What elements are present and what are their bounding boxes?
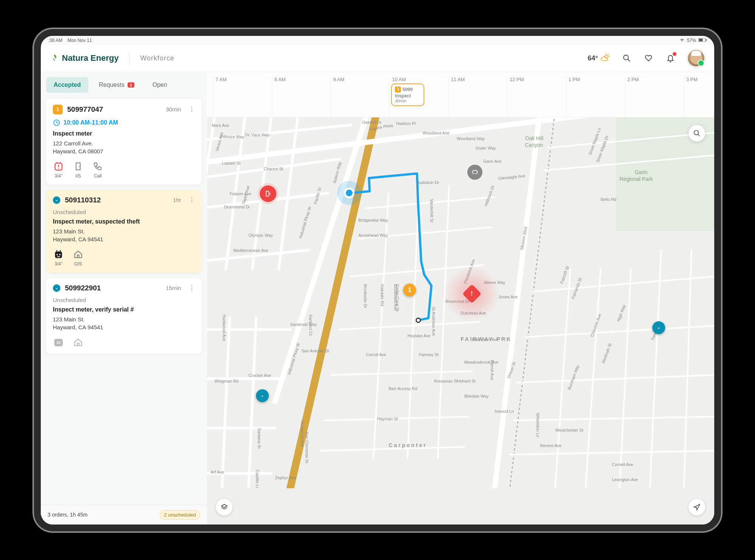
- notifications-button[interactable]: [665, 53, 676, 63]
- map-search-button[interactable]: [689, 125, 705, 142]
- map-layers-button[interactable]: [216, 499, 233, 515]
- tab-requests[interactable]: Requests 1: [91, 77, 142, 93]
- map-navigate-button[interactable]: [689, 499, 705, 515]
- svg-text:Brookside Dr: Brookside Dr: [363, 284, 368, 308]
- svg-text:FAIRWAY PRK: FAIRWAY PRK: [461, 335, 512, 342]
- order-address: 123 Main St. Hayward, CA 94541: [53, 227, 195, 243]
- marker-unscheduled[interactable]: -: [256, 389, 269, 402]
- map-view[interactable]: Industrial Pkwy W Industrial Pkwy W Hunt…: [207, 117, 714, 525]
- svg-text:Bridgeview Way: Bridgeview Way: [358, 218, 388, 222]
- svg-point-12: [58, 168, 59, 168]
- svg-text:Oakdale Rd: Oakdale Rd: [380, 284, 385, 306]
- user-avatar[interactable]: [687, 49, 705, 67]
- svg-text:Westchester St: Westchester St: [555, 428, 583, 432]
- svg-text:Arrowhead Way: Arrowhead Way: [358, 233, 388, 237]
- svg-text:Wiegman Rd: Wiegman Rd: [214, 379, 239, 383]
- svg-point-16: [79, 166, 79, 167]
- orders-list: 1 509977047 30min ⋮ 10:00 AM-11:00 AM In…: [41, 95, 207, 505]
- house-icon: [72, 248, 84, 260]
- svg-text:Huntwood Ave: Huntwood Ave: [300, 420, 305, 447]
- marker-order-1[interactable]: 1: [403, 284, 416, 296]
- app-header: Natura Energy Workforce 64°: [41, 45, 714, 72]
- marker-route-end[interactable]: [416, 318, 421, 323]
- svg-text:Haddon Pl: Haddon Pl: [396, 121, 415, 126]
- more-icon[interactable]: ⋮: [189, 106, 195, 113]
- svg-text:Mars Ave: Mars Ave: [212, 123, 229, 128]
- svg-text:Oak Hill: Oak Hill: [525, 135, 543, 141]
- navigate-icon: [693, 503, 701, 511]
- order-address: 123 Main St. Hayward, CA 94541: [53, 315, 195, 331]
- svg-text:Woodland Way: Woodland Way: [457, 136, 485, 141]
- more-icon[interactable]: ⋮: [189, 284, 195, 292]
- search-icon: [622, 54, 631, 62]
- marker-alert[interactable]: !: [464, 285, 480, 302]
- svg-rect-15: [76, 163, 80, 170]
- marker-start[interactable]: [344, 188, 354, 198]
- order-card[interactable]: - 509110312 1hr ⋮ Unscheduled Inspect me…: [46, 190, 202, 273]
- svg-text:Gisler Way: Gisler Way: [476, 146, 496, 150]
- sun-cloud-icon: [600, 53, 610, 63]
- more-icon[interactable]: ⋮: [189, 196, 195, 204]
- meter-icon: [53, 248, 64, 260]
- svg-text:Overhill Dr: Overhill Dr: [362, 120, 382, 125]
- svg-line-8: [628, 59, 630, 62]
- battery-percent: 57%: [687, 38, 696, 43]
- order-card[interactable]: 1 509977047 30min ⋮ 10:00 AM-11:00 AM In…: [46, 99, 202, 185]
- svg-text:Cornell Ave: Cornell Ave: [612, 462, 633, 466]
- svg-text:Regional Park: Regional Park: [619, 176, 653, 182]
- marker-unscheduled[interactable]: -: [652, 321, 665, 334]
- svg-text:Mediterranean Ave: Mediterranean Ave: [233, 248, 268, 253]
- svg-rect-1: [699, 39, 703, 41]
- action-sleep[interactable]: zz: [53, 336, 64, 348]
- search-button[interactable]: [621, 53, 632, 63]
- svg-text:Castille Ln: Castille Ln: [255, 469, 260, 488]
- svg-text:Canyon: Canyon: [525, 142, 543, 148]
- tab-accepted[interactable]: Accepted: [46, 77, 88, 93]
- svg-text:Rousseau St: Rousseau St: [434, 379, 458, 383]
- hour-1pm: 1 PM: [566, 77, 625, 117]
- svg-text:Olympic Way: Olympic Way: [248, 233, 273, 237]
- wifi-icon: [680, 38, 685, 43]
- action-indoor[interactable]: I/S: [72, 160, 84, 179]
- action-call[interactable]: Call: [92, 160, 103, 179]
- svg-text:Venus Ave: Venus Ave: [214, 131, 224, 151]
- action-outdoor[interactable]: [72, 336, 84, 348]
- meter-alert-icon: [53, 160, 64, 172]
- sleep-icon: zz: [53, 336, 64, 348]
- requests-badge: 1: [128, 82, 134, 88]
- order-address: 122 Carroll Ave. Hayward, CA 08007: [53, 139, 195, 155]
- marker-vehicle[interactable]: [467, 165, 482, 180]
- svg-text:Chance St: Chance St: [263, 167, 283, 171]
- hour-12pm: 12 PM: [507, 77, 566, 117]
- unscheduled-chip: 2 unscheduled: [160, 510, 200, 520]
- timeline-order[interactable]: 1 5099 Inspect 30min: [391, 83, 424, 106]
- order-badge: 1: [53, 105, 63, 114]
- order-card[interactable]: - 509922901 15min ⋮ Unscheduled Inspect …: [46, 278, 202, 354]
- svg-text:San Clemente St: San Clemente St: [305, 432, 309, 463]
- timeline[interactable]: 7 AM 8 AM 9 AM 10 AM 1 5099 Inspect 30mi…: [207, 72, 714, 117]
- svg-text:Burnham Way: Burnham Way: [567, 364, 580, 390]
- hour-9am: 9 AM: [331, 77, 390, 117]
- hour-8am: 8 AM: [272, 77, 331, 117]
- weather-widget[interactable]: 64°: [588, 53, 610, 63]
- order-id: 509977047: [67, 105, 161, 114]
- tablet-device: :38 AM Mon Nov 11 57% Natura Energy Work…: [34, 29, 721, 531]
- door-icon: [72, 160, 84, 172]
- svg-rect-2: [706, 39, 707, 41]
- svg-text:Wheeldon Ln: Wheeldon Ln: [536, 413, 540, 437]
- svg-text:Woodland Ave: Woodland Ave: [423, 131, 450, 135]
- notification-dot: [673, 52, 676, 56]
- tab-open[interactable]: Open: [145, 77, 175, 93]
- app-logo[interactable]: Natura Energy: [50, 53, 119, 63]
- marker-gas-station[interactable]: [260, 185, 276, 202]
- action-alert[interactable]: 3/4": [53, 160, 64, 179]
- svg-text:Jones Ave: Jones Ave: [498, 295, 518, 299]
- svg-text:Vanderbilt St: Vanderbilt St: [430, 199, 434, 222]
- order-status: Unscheduled: [53, 209, 195, 215]
- order-id: 509110312: [65, 196, 168, 204]
- action-meter[interactable]: 3/4": [53, 248, 64, 267]
- favorites-button[interactable]: [643, 53, 654, 63]
- svg-text:Meadowbrook Ave: Meadowbrook Ave: [464, 359, 498, 364]
- svg-text:Carpenter: Carpenter: [388, 442, 427, 448]
- action-outdoor[interactable]: O/S: [72, 248, 84, 267]
